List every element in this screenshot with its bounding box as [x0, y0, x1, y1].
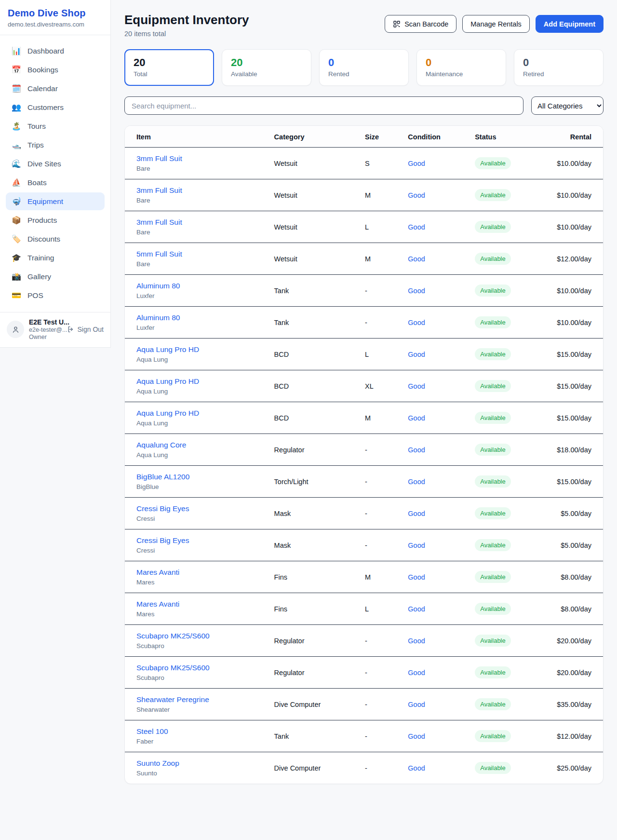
item-name-link[interactable]: Suunto Zoop	[136, 759, 263, 768]
status-cell: Available	[469, 752, 541, 784]
table-body: 3mm Full Suit Bare Wetsuit S Good Availa…	[125, 148, 603, 784]
condition-link[interactable]: Good	[408, 542, 425, 549]
item-name-link[interactable]: BigBlue AL1200	[136, 473, 263, 481]
status-badge: Available	[475, 762, 511, 774]
sidebar-item[interactable]: 🌊 Dive Sites	[6, 155, 105, 173]
item-brand: Cressi	[136, 547, 263, 554]
sign-out-button[interactable]: Sign Out	[67, 325, 104, 333]
sidebar-item[interactable]: 🎓 Training	[6, 249, 105, 267]
condition-link[interactable]: Good	[408, 446, 425, 454]
item-name-link[interactable]: 3mm Full Suit	[136, 186, 263, 195]
condition-cell: Good	[402, 275, 469, 307]
stat-card[interactable]: 0 Retired	[514, 49, 604, 86]
stat-card[interactable]: 20 Available	[222, 49, 311, 86]
item-brand: Scubapro	[136, 642, 263, 650]
category-cell: Tank	[268, 275, 359, 307]
stat-card[interactable]: 20 Total	[124, 49, 214, 86]
sidebar-item[interactable]: 🛥️ Trips	[6, 136, 105, 154]
rental-cell: $15.00/day	[541, 402, 603, 434]
item-name-link[interactable]: 5mm Full Suit	[136, 250, 263, 258]
condition-link[interactable]: Good	[408, 160, 425, 167]
column-header-status: Status	[469, 126, 541, 148]
condition-link[interactable]: Good	[408, 191, 425, 199]
item-name-link[interactable]: Mares Avanti	[136, 568, 263, 577]
item-name-link[interactable]: Mares Avanti	[136, 600, 263, 609]
add-equipment-button[interactable]: Add Equipment	[536, 15, 604, 33]
condition-link[interactable]: Good	[408, 287, 425, 295]
item-name-link[interactable]: 3mm Full Suit	[136, 154, 263, 163]
sidebar-item[interactable]: 👥 Customers	[6, 98, 105, 116]
condition-link[interactable]: Good	[408, 510, 425, 517]
item-name-link[interactable]: Scubapro MK25/S600	[136, 632, 263, 640]
item-brand: Luxfer	[136, 292, 263, 299]
sidebar-item-label: Trips	[27, 141, 44, 149]
status-badge: Available	[475, 444, 511, 456]
table-row: Aqualung Core Aqua Lung Regulator - Good…	[125, 434, 603, 466]
condition-link[interactable]: Good	[408, 478, 425, 486]
item-name-link[interactable]: Steel 100	[136, 727, 263, 736]
condition-link[interactable]: Good	[408, 573, 425, 581]
condition-link[interactable]: Good	[408, 764, 425, 772]
sidebar-item[interactable]: 🏷️ Discounts	[6, 230, 105, 248]
sidebar-item[interactable]: 📸 Gallery	[6, 268, 105, 285]
condition-cell: Good	[402, 148, 469, 179]
category-cell: Fins	[268, 561, 359, 593]
status-badge: Available	[475, 316, 511, 328]
sidebar-item[interactable]: 🏝️ Tours	[6, 117, 105, 135]
condition-link[interactable]: Good	[408, 637, 425, 645]
item-brand: Aqua Lung	[136, 356, 263, 363]
item-brand: Suunto	[136, 770, 263, 777]
item-cell: Steel 100 Faber	[125, 720, 268, 752]
category-cell: Wetsuit	[268, 243, 359, 275]
item-name-link[interactable]: Shearwater Peregrine	[136, 695, 263, 704]
rental-cell: $25.00/day	[541, 752, 603, 784]
stat-card[interactable]: 0 Rented	[319, 49, 409, 86]
size-cell: -	[359, 657, 402, 689]
sidebar-item[interactable]: 🤿 Equipment	[6, 192, 105, 210]
manage-rentals-button[interactable]: Manage Rentals	[462, 15, 530, 33]
scan-barcode-button[interactable]: Scan Barcode	[385, 15, 456, 33]
condition-link[interactable]: Good	[408, 605, 425, 613]
sidebar-item[interactable]: 💳 POS	[6, 286, 105, 304]
item-name-link[interactable]: Aqua Lung Pro HD	[136, 377, 263, 386]
item-brand: Scubapro	[136, 674, 263, 681]
condition-link[interactable]: Good	[408, 701, 425, 708]
stat-card[interactable]: 0 Maintenance	[416, 49, 506, 86]
item-name-link[interactable]: Aqualung Core	[136, 441, 263, 449]
item-name-link[interactable]: 3mm Full Suit	[136, 218, 263, 227]
status-cell: Available	[469, 179, 541, 211]
sidebar-item-label: Training	[27, 254, 54, 262]
item-name-link[interactable]: Scubapro MK25/S600	[136, 664, 263, 672]
condition-link[interactable]: Good	[408, 732, 425, 740]
item-name-link[interactable]: Cressi Big Eyes	[136, 504, 263, 513]
condition-cell: Good	[402, 752, 469, 784]
sidebar-item[interactable]: 📅 Bookings	[6, 61, 105, 79]
condition-cell: Good	[402, 466, 469, 498]
sidebar-item[interactable]: 📊 Dashboard	[6, 42, 105, 60]
item-name-link[interactable]: Aqua Lung Pro HD	[136, 345, 263, 354]
rental-cell: $20.00/day	[541, 657, 603, 689]
table-header: Item Category Size Condition Status Rent…	[125, 126, 603, 148]
column-header-condition: Condition	[402, 126, 469, 148]
condition-link[interactable]: Good	[408, 223, 425, 231]
sidebar-item-icon: 🎓	[12, 253, 21, 262]
item-name-link[interactable]: Cressi Big Eyes	[136, 536, 263, 545]
item-name-link[interactable]: Aluminum 80	[136, 313, 263, 322]
condition-link[interactable]: Good	[408, 351, 425, 358]
condition-link[interactable]: Good	[408, 319, 425, 326]
search-input[interactable]	[124, 96, 523, 115]
condition-link[interactable]: Good	[408, 669, 425, 677]
category-filter[interactable]: All Categories	[531, 96, 604, 115]
user-email: e2e-tester@...	[29, 326, 62, 333]
status-cell: Available	[469, 434, 541, 466]
condition-link[interactable]: Good	[408, 255, 425, 263]
condition-link[interactable]: Good	[408, 414, 425, 422]
item-name-link[interactable]: Aluminum 80	[136, 282, 263, 290]
sidebar-item[interactable]: 📦 Products	[6, 211, 105, 229]
condition-link[interactable]: Good	[408, 382, 425, 390]
item-name-link[interactable]: Aqua Lung Pro HD	[136, 409, 263, 418]
items-total-count: 20 items total	[124, 30, 249, 38]
sidebar-item[interactable]: ⛵ Boats	[6, 174, 105, 191]
sidebar-nav: 📊 Dashboard 📅 Bookings 🗓️ Calendar 👥 Cus…	[0, 35, 110, 312]
sidebar-item[interactable]: 🗓️ Calendar	[6, 80, 105, 97]
